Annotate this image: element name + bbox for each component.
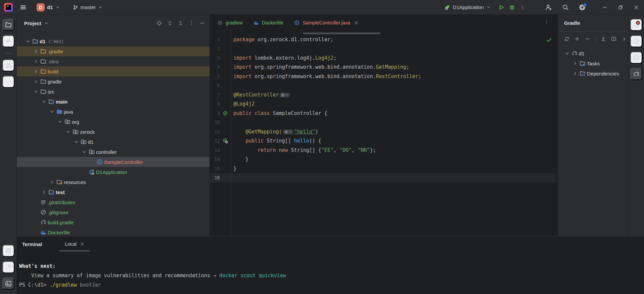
tree-item-test[interactable]: test	[17, 187, 210, 197]
close-tab-icon[interactable]	[80, 242, 85, 246]
tree-item-d1application[interactable]: CD1Application	[17, 167, 210, 177]
remove-icon[interactable]	[585, 36, 590, 42]
chevron-right-icon[interactable]	[40, 189, 48, 195]
chevron-right-sm-icon[interactable]	[622, 36, 627, 42]
code-line-13[interactable]: 13 return new String[] {"EE", "OO", "NN"…	[210, 145, 556, 155]
tree-item-dependencies[interactable]: Dependencies	[558, 68, 628, 78]
code-line-15[interactable]: 15}	[210, 164, 556, 173]
tree-item--idea[interactable]: .idea	[17, 56, 210, 66]
project-panel-title[interactable]: Project	[24, 20, 41, 26]
chevron-down-icon[interactable]	[73, 139, 80, 144]
window-restore-button[interactable]	[612, 0, 628, 15]
tool-stripe-gradle-button[interactable]	[630, 68, 642, 80]
tree-item-src[interactable]: src	[17, 86, 210, 97]
tree-item-java[interactable]: java	[17, 107, 210, 117]
tool-stripe-terminal-button[interactable]	[2, 278, 14, 290]
tree-item-gradle[interactable]: gradle	[17, 76, 210, 86]
tree-item--gitattributes[interactable]: .gitattributes	[17, 197, 210, 207]
run-button[interactable]	[496, 2, 507, 13]
tool-stripe-more-horizontal-button[interactable]	[2, 76, 14, 88]
chevron-down-icon[interactable]	[48, 109, 56, 114]
tool-stripe-commit-button[interactable]	[2, 35, 14, 47]
project-switcher[interactable]: D d1	[34, 2, 62, 13]
settings-button[interactable]	[577, 2, 588, 13]
run-task-icon[interactable]	[611, 36, 616, 42]
tree-item-resources[interactable]: resources	[17, 177, 210, 187]
tool-stripe-database-button[interactable]	[630, 52, 642, 64]
window-close-button[interactable]	[628, 0, 644, 15]
chevron-down-icon[interactable]	[64, 129, 72, 134]
url-mapping-inlay[interactable]	[283, 129, 293, 134]
panel-options-icon[interactable]	[189, 20, 194, 26]
code-line-12[interactable]: 12 public String[] hello() {	[210, 136, 556, 146]
code-editor[interactable]: 1package org.zerock.d1.controller;23impo…	[210, 31, 556, 236]
close-tab-icon[interactable]	[354, 20, 359, 25]
window-minimize-button[interactable]	[597, 0, 612, 15]
chevron-down-icon[interactable]	[24, 39, 32, 44]
chevron-right-icon[interactable]	[32, 79, 40, 84]
chevron-down-icon[interactable]	[56, 119, 64, 124]
tool-stripe-build-button[interactable]	[2, 261, 14, 273]
bean-globe-gutter-icon[interactable]	[223, 138, 228, 143]
code-with-me-button[interactable]	[543, 2, 554, 13]
tree-item-main[interactable]: main	[17, 97, 210, 107]
chevron-right-icon[interactable]	[48, 179, 56, 185]
tree-item-zerock[interactable]: zerock	[17, 127, 210, 137]
terminal-title[interactable]: Terminal	[22, 242, 47, 251]
tree-item-d1[interactable]: d1C:₩d1	[17, 36, 210, 46]
code-line-14[interactable]: 14 }	[210, 155, 556, 164]
code-line-2[interactable]: 2	[210, 44, 556, 54]
code-line-1[interactable]: 1package org.zerock.d1.controller;	[210, 35, 556, 44]
select-opened-file-icon[interactable]	[156, 20, 162, 26]
tree-item-d1[interactable]: d1	[17, 137, 210, 147]
chevron-down-icon[interactable]	[40, 99, 48, 104]
code-line-16[interactable]: 16	[210, 173, 556, 183]
tool-stripe-project-folder-button[interactable]	[2, 19, 14, 31]
download-icon[interactable]	[601, 36, 606, 42]
terminal-output[interactable]: What's next: View a summary of image vul…	[17, 251, 644, 290]
tree-item-tasks[interactable]: Tasks	[558, 58, 628, 68]
tool-stripe-notifications-button[interactable]	[630, 19, 642, 31]
chevron-right-icon[interactable]	[32, 59, 40, 64]
editor-tab-gradlew[interactable]: gradlew	[212, 15, 248, 31]
chevron-down-icon[interactable]	[563, 51, 571, 56]
chevron-right-icon[interactable]	[32, 69, 40, 74]
hide-panel-icon[interactable]	[199, 20, 205, 26]
search-everywhere-button[interactable]	[560, 2, 571, 13]
tool-stripe-services-button[interactable]	[2, 245, 14, 257]
code-line-4[interactable]: 4import org.springframework.web.bind.ann…	[210, 63, 556, 72]
tree-item-samplecontroller[interactable]: CSampleController	[17, 157, 210, 167]
editor-options-icon[interactable]	[544, 19, 549, 25]
code-line-5[interactable]: 5import org.springframework.web.bind.ann…	[210, 72, 556, 81]
more-run-actions-button[interactable]	[517, 2, 528, 13]
run-configuration-selector[interactable]: D1Application	[442, 2, 493, 13]
tree-item-controller[interactable]: controller	[17, 147, 210, 157]
code-line-6[interactable]: 6	[210, 81, 556, 91]
tree-item-org[interactable]: org	[17, 117, 210, 127]
code-line-10[interactable]: 10	[210, 118, 556, 127]
collapse-all-icon[interactable]	[178, 20, 183, 26]
expand-all-icon[interactable]	[167, 20, 173, 26]
tree-item--gitignore[interactable]: .gitignore	[17, 207, 210, 217]
tree-item-build-gradle[interactable]: build.gradle	[17, 217, 210, 227]
chevron-down-icon[interactable]	[81, 149, 88, 155]
code-line-9[interactable]: 9public class SampleController {	[210, 109, 556, 118]
tree-item-dockerfile[interactable]: Dockerfile	[17, 227, 210, 236]
tree-item-d1[interactable]: d1	[558, 48, 628, 58]
chevron-down-icon[interactable]	[32, 89, 40, 94]
add-icon[interactable]	[574, 36, 580, 42]
chevron-right-icon[interactable]	[571, 61, 579, 66]
vcs-branch-widget[interactable]: master	[71, 2, 105, 13]
code-line-11[interactable]: 11 @GetMapping("hello")	[210, 127, 556, 136]
tree-item-build[interactable]: build	[17, 66, 210, 76]
refresh-icon[interactable]	[564, 36, 569, 42]
debug-button[interactable]	[507, 2, 517, 13]
code-line-3[interactable]: 3import lombok.extern.log4j.Log4j2;	[210, 53, 556, 63]
code-line-7[interactable]: 7@RestController	[210, 90, 556, 100]
tool-stripe-ai-assistant-button[interactable]	[630, 35, 642, 47]
chevron-right-icon[interactable]	[571, 71, 579, 76]
chevron-right-icon[interactable]	[32, 49, 40, 54]
bean-gutter-icon[interactable]	[223, 111, 228, 116]
editor-tab-dockerfile[interactable]: Dockerfile	[248, 15, 289, 31]
tree-item--gradle[interactable]: .gradle	[17, 46, 210, 56]
